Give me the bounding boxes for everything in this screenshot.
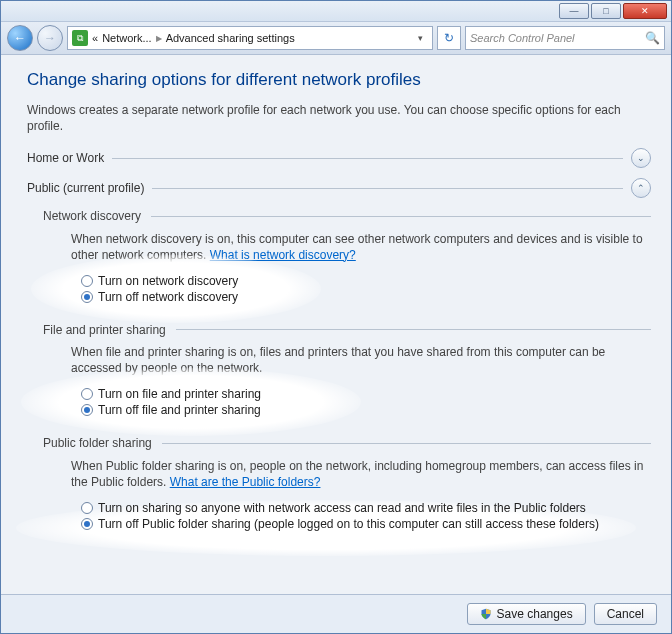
public-folder-options: Turn on sharing so anyone with network a… [71,498,651,539]
search-input[interactable]: Search Control Panel 🔍 [465,26,665,50]
section-public-folder-header: Public folder sharing [43,435,651,451]
maximize-button[interactable]: □ [591,3,621,19]
chevron-right-icon: ▶ [156,34,162,43]
titlebar: — □ ✕ [1,1,671,22]
profile-public-body: Network discovery When network discovery… [27,208,651,539]
highlight-ellipse [21,368,361,436]
file-printer-description: When file and printer sharing is on, fil… [71,344,651,376]
network-sharing-icon: ⧉ [72,30,88,46]
divider [112,158,623,159]
section-file-printer-header: File and printer sharing [43,322,651,338]
divider [162,443,651,444]
radio-input[interactable] [81,502,93,514]
page-intro: Windows creates a separate network profi… [27,102,651,134]
forward-arrow-icon: → [44,31,56,45]
radio-input[interactable] [81,275,93,287]
control-panel-window: — □ ✕ ← → ⧉ « Network... ▶ Advanced shar… [0,0,672,634]
refresh-icon: ↻ [444,31,454,45]
breadcrumb-dropdown[interactable]: ▾ [412,33,428,43]
radio-input[interactable] [81,404,93,416]
search-placeholder: Search Control Panel [470,32,575,44]
chevron-down-icon: ⌄ [631,148,651,168]
radio-netdisc-off[interactable]: Turn off network discovery [81,290,651,305]
search-icon: 🔍 [645,31,660,45]
divider [152,188,623,189]
content-area: Change sharing options for different net… [1,55,671,594]
breadcrumb[interactable]: ⧉ « Network... ▶ Advanced sharing settin… [67,26,433,50]
chevron-up-icon: ⌃ [631,178,651,198]
public-folder-description: When Public folder sharing is on, people… [71,458,651,490]
profile-home-label: Home or Work [27,150,104,166]
profile-public-label: Public (current profile) [27,180,144,196]
back-arrow-icon: ← [14,31,26,45]
highlight-ellipse [31,255,321,323]
radio-pfs-off[interactable]: Turn off Public folder sharing (people l… [81,517,651,532]
section-title-text: Network discovery [43,208,141,224]
divider [151,216,651,217]
page-title: Change sharing options for different net… [27,69,651,92]
radio-fps-off[interactable]: Turn off file and printer sharing [81,403,651,418]
breadcrumb-item-network[interactable]: Network... [102,32,152,44]
what-are-public-folders-link[interactable]: What are the Public folders? [170,475,321,489]
radio-input[interactable] [81,518,93,530]
back-button[interactable]: ← [7,25,33,51]
cancel-button[interactable]: Cancel [594,603,657,625]
what-is-network-discovery-link[interactable]: What is network discovery? [210,248,356,262]
section-title-text: Public folder sharing [43,435,152,451]
radio-pfs-on[interactable]: Turn on sharing so anyone with network a… [81,501,651,516]
section-title-text: File and printer sharing [43,322,166,338]
section-network-discovery-header: Network discovery [43,208,651,224]
minimize-button[interactable]: — [559,3,589,19]
profile-public-header[interactable]: Public (current profile) ⌃ [27,178,651,198]
forward-button[interactable]: → [37,25,63,51]
file-printer-options: Turn on file and printer sharing Turn of… [71,384,651,425]
refresh-button[interactable]: ↻ [437,26,461,50]
radio-fps-on[interactable]: Turn on file and printer sharing [81,387,651,402]
uac-shield-icon [480,608,492,620]
divider [176,329,651,330]
navbar: ← → ⧉ « Network... ▶ Advanced sharing se… [1,22,671,55]
radio-netdisc-on[interactable]: Turn on network discovery [81,274,651,289]
close-button[interactable]: ✕ [623,3,667,19]
radio-input[interactable] [81,291,93,303]
breadcrumb-item-advanced[interactable]: Advanced sharing settings [166,32,295,44]
save-changes-button[interactable]: Save changes [467,603,586,625]
profile-home-header[interactable]: Home or Work ⌄ [27,148,651,168]
footer: Save changes Cancel [1,594,671,633]
network-discovery-options: Turn on network discovery Turn off netwo… [71,271,651,312]
network-discovery-description: When network discovery is on, this compu… [71,231,651,263]
radio-input[interactable] [81,388,93,400]
breadcrumb-prefix: « [92,32,98,44]
